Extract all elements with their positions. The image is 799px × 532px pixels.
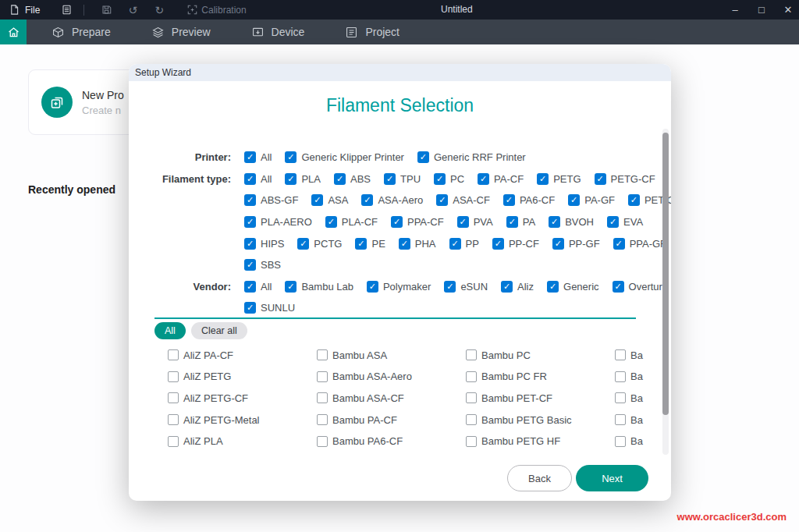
redo-icon[interactable]: ↻ — [153, 4, 165, 16]
dialog-scrollbar[interactable] — [662, 129, 669, 455]
close-button[interactable]: ✕ — [782, 0, 794, 20]
unchecked-checkbox-icon[interactable] — [317, 392, 328, 403]
tab-project[interactable]: Project — [343, 20, 401, 44]
checked-checkbox-icon[interactable]: ✓ — [457, 216, 469, 228]
checkbox-item[interactable]: ✓PP-GF — [552, 238, 600, 250]
unchecked-checkbox-icon[interactable] — [615, 371, 626, 382]
checked-checkbox-icon[interactable]: ✓ — [244, 238, 256, 250]
checked-checkbox-icon[interactable]: ✓ — [285, 173, 297, 185]
checkbox-item[interactable]: ✓PLA-CF — [325, 216, 378, 228]
tab-device[interactable]: Device — [250, 20, 307, 44]
checked-checkbox-icon[interactable]: ✓ — [492, 238, 504, 250]
checkbox-item[interactable]: ✓Bambu Lab — [285, 281, 353, 293]
checked-checkbox-icon[interactable]: ✓ — [436, 194, 448, 206]
checkbox-item[interactable]: ✓PA-GF — [568, 194, 615, 206]
checked-checkbox-icon[interactable]: ✓ — [607, 216, 619, 228]
checkbox-item[interactable]: AliZ PETG-CF — [168, 391, 317, 405]
checkbox-item[interactable]: ✓BVOH — [549, 216, 594, 228]
select-all-button[interactable]: All — [154, 322, 186, 339]
tab-home[interactable] — [0, 20, 27, 44]
checked-checkbox-icon[interactable]: ✓ — [501, 281, 513, 293]
checked-checkbox-icon[interactable]: ✓ — [244, 173, 256, 185]
checkbox-item[interactable]: ✓eSUN — [444, 281, 488, 293]
checked-checkbox-icon[interactable]: ✓ — [506, 216, 518, 228]
checkbox-item[interactable]: ✓PVA — [457, 216, 493, 228]
checkbox-item[interactable]: ✓PCTG — [297, 238, 342, 250]
checkbox-item[interactable]: ✓SBS — [244, 259, 281, 271]
checkbox-item[interactable]: ✓ASA — [311, 194, 348, 206]
checked-checkbox-icon[interactable]: ✓ — [444, 281, 456, 293]
checkbox-item[interactable]: ✓PPA-GF — [613, 238, 666, 250]
checkbox-item[interactable]: ✓PC — [434, 173, 464, 185]
checked-checkbox-icon[interactable]: ✓ — [244, 302, 256, 314]
checked-checkbox-icon[interactable]: ✓ — [503, 194, 515, 206]
checkbox-item[interactable]: ✓PLA-AERO — [244, 216, 312, 228]
checkbox-item[interactable]: ✓PA6-CF — [503, 194, 555, 206]
checkbox-item[interactable]: AliZ PETG-Metal — [168, 413, 317, 427]
checkbox-item[interactable]: ✓Generic RRF Printer — [417, 151, 526, 163]
checked-checkbox-icon[interactable]: ✓ — [334, 173, 346, 185]
calibration-icon[interactable] — [186, 4, 198, 16]
checked-checkbox-icon[interactable]: ✓ — [449, 238, 461, 250]
dialog-titlebar[interactable]: Setup Wizard — [129, 64, 671, 81]
checked-checkbox-icon[interactable]: ✓ — [613, 238, 625, 250]
back-button[interactable]: Back — [507, 465, 572, 491]
file-menu-label[interactable]: File — [25, 5, 40, 16]
checkbox-item[interactable]: ✓PP-CF — [492, 238, 539, 250]
checked-checkbox-icon[interactable]: ✓ — [549, 216, 560, 228]
checked-checkbox-icon[interactable]: ✓ — [537, 173, 549, 185]
calibration-label[interactable]: Calibration — [201, 5, 246, 16]
next-button[interactable]: Next — [576, 465, 648, 491]
checked-checkbox-icon[interactable]: ✓ — [434, 173, 446, 185]
checkbox-item[interactable]: AliZ PETG — [168, 370, 317, 384]
unchecked-checkbox-icon[interactable] — [466, 349, 477, 360]
checked-checkbox-icon[interactable]: ✓ — [325, 216, 337, 228]
checkbox-item[interactable]: ✓ABS — [334, 173, 371, 185]
file-menu[interactable]: File — [8, 4, 40, 16]
checkbox-item[interactable]: AliZ PA-CF — [168, 348, 317, 362]
minimize-button[interactable]: – — [729, 0, 741, 20]
unchecked-checkbox-icon[interactable] — [317, 349, 328, 360]
checked-checkbox-icon[interactable]: ✓ — [285, 151, 297, 163]
checked-checkbox-icon[interactable]: ✓ — [355, 238, 367, 250]
scrollbar-thumb[interactable] — [662, 133, 669, 415]
checkbox-item[interactable]: ✓PE — [355, 238, 385, 250]
unchecked-checkbox-icon[interactable] — [466, 414, 477, 425]
checked-checkbox-icon[interactable]: ✓ — [297, 238, 309, 250]
unchecked-checkbox-icon[interactable] — [317, 436, 328, 447]
checkbox-item[interactable]: ✓Aliz — [501, 281, 534, 293]
unchecked-checkbox-icon[interactable] — [466, 371, 477, 382]
checked-checkbox-icon[interactable]: ✓ — [399, 238, 410, 250]
checkbox-item[interactable]: Bambu ASA — [317, 348, 466, 362]
checked-checkbox-icon[interactable]: ✓ — [478, 173, 489, 185]
checkbox-item[interactable]: Bambu PETG Basic — [466, 413, 615, 427]
checkbox-item[interactable]: ✓All — [244, 173, 272, 185]
checkbox-item[interactable]: ✓All — [244, 151, 272, 163]
checked-checkbox-icon[interactable]: ✓ — [311, 194, 323, 206]
checked-checkbox-icon[interactable]: ✓ — [244, 259, 256, 271]
unchecked-checkbox-icon[interactable] — [466, 392, 477, 403]
unchecked-checkbox-icon[interactable] — [168, 371, 179, 382]
checked-checkbox-icon[interactable]: ✓ — [244, 281, 256, 293]
save-icon[interactable] — [100, 4, 112, 16]
unchecked-checkbox-icon[interactable] — [466, 436, 477, 447]
checked-checkbox-icon[interactable]: ✓ — [367, 281, 378, 293]
checkbox-item[interactable]: Bambu PA6-CF — [317, 434, 466, 449]
checkbox-item[interactable]: ✓TPU — [384, 173, 421, 185]
checkbox-item[interactable]: ✓Generic Klipper Printer — [285, 151, 404, 163]
maximize-button[interactable]: □ — [755, 0, 768, 20]
checked-checkbox-icon[interactable]: ✓ — [244, 194, 256, 206]
unchecked-checkbox-icon[interactable] — [615, 436, 626, 447]
checked-checkbox-icon[interactable]: ✓ — [613, 281, 624, 293]
checkbox-item[interactable]: ✓PLA — [285, 173, 321, 185]
unchecked-checkbox-icon[interactable] — [168, 349, 179, 360]
checked-checkbox-icon[interactable]: ✓ — [552, 238, 564, 250]
checked-checkbox-icon[interactable]: ✓ — [417, 151, 429, 163]
checked-checkbox-icon[interactable]: ✓ — [244, 216, 256, 228]
unchecked-checkbox-icon[interactable] — [317, 414, 328, 425]
unchecked-checkbox-icon[interactable] — [317, 371, 328, 382]
checked-checkbox-icon[interactable]: ✓ — [384, 173, 396, 185]
checkbox-item[interactable]: ✓PA — [506, 216, 535, 228]
checked-checkbox-icon[interactable]: ✓ — [547, 281, 559, 293]
checkbox-item[interactable]: Bambu PA-CF — [317, 413, 466, 427]
